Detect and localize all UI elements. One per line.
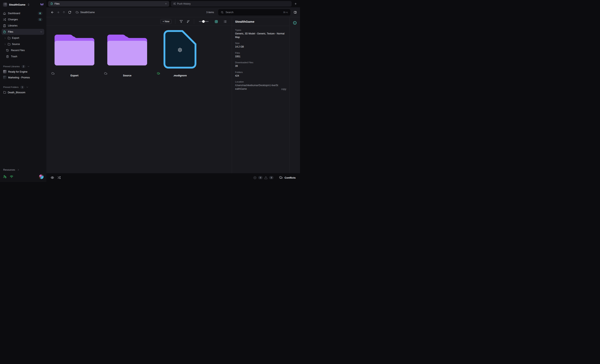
pinned-library-ready-for-engine[interactable]: Ready for Engine bbox=[0, 69, 46, 75]
pinned-library-marketing-promos[interactable]: Marketing - Promos bbox=[0, 75, 46, 80]
project-thumbnail bbox=[3, 3, 7, 7]
sidebar-item-export[interactable]: Export bbox=[2, 35, 44, 41]
breadcrumb[interactable]: StealthGame bbox=[76, 11, 95, 14]
chevron-down-icon[interactable] bbox=[27, 65, 30, 68]
field-types: Types Generic, 3D Model - Generic, Textu… bbox=[235, 28, 286, 39]
shuffle-icon bbox=[173, 2, 176, 5]
filter-button[interactable] bbox=[179, 19, 183, 24]
pinned-folder-death-blossom[interactable]: Death_Blossom bbox=[0, 90, 46, 95]
sidebar-item-dashboard[interactable]: Dashboard 8 bbox=[2, 10, 44, 16]
item-footer: Export bbox=[55, 71, 94, 79]
sync-activity-button[interactable] bbox=[57, 176, 61, 179]
sidebar-item-label: Trash bbox=[11, 55, 44, 58]
grid-item-export[interactable]: Export bbox=[55, 29, 94, 79]
sidebar-item-label: Libraries bbox=[8, 24, 42, 27]
search-shortcut: ⌘+k bbox=[283, 11, 288, 14]
back-button[interactable] bbox=[50, 10, 55, 15]
sidebar-footer bbox=[0, 173, 46, 182]
refresh-icon bbox=[68, 11, 71, 14]
up-button[interactable] bbox=[62, 10, 66, 15]
project-switcher[interactable]: StealthGame bbox=[0, 0, 46, 9]
info-icon bbox=[293, 21, 297, 25]
chevron-down-icon[interactable] bbox=[26, 86, 28, 88]
field-value: 3351 bbox=[235, 55, 286, 58]
history-icon bbox=[6, 49, 9, 52]
navigation-toolbar: StealthGame 3 items ⌘+k bbox=[46, 7, 300, 17]
warning-count-badge: 0 bbox=[269, 176, 273, 179]
pinned-folders-header[interactable]: Pinned Folders 1 bbox=[0, 85, 46, 90]
new-button[interactable]: + New bbox=[160, 19, 172, 24]
field-label: Size bbox=[235, 42, 286, 45]
grid-view-button[interactable] bbox=[214, 19, 218, 24]
item-label: .mudignore bbox=[160, 71, 200, 77]
search-icon bbox=[221, 11, 224, 14]
resources-link[interactable]: Resources bbox=[0, 167, 46, 173]
field-label: Downloaded Files bbox=[235, 61, 286, 64]
folder-icon bbox=[3, 91, 6, 94]
search-input[interactable] bbox=[225, 11, 281, 14]
plus-icon bbox=[294, 2, 297, 5]
sort-button[interactable] bbox=[186, 19, 190, 24]
preview-toggle-button[interactable] bbox=[51, 176, 54, 179]
field-value: 424 bbox=[235, 74, 286, 78]
tab-label: Push History bbox=[177, 2, 191, 5]
conflicts-button[interactable]: Conflicts bbox=[279, 176, 296, 179]
sidebar-item-changes[interactable]: Changes 1 bbox=[2, 17, 44, 22]
folder-thumbnail[interactable] bbox=[55, 29, 94, 71]
error-circle-icon[interactable] bbox=[253, 176, 257, 179]
list-icon bbox=[223, 20, 227, 23]
panel-toggle-button[interactable] bbox=[293, 10, 297, 15]
book-icon bbox=[3, 24, 6, 27]
content-area: + New bbox=[46, 17, 232, 173]
field-value: 39 bbox=[235, 64, 286, 68]
project-name: StealthGame bbox=[9, 3, 26, 6]
copy-button[interactable]: copy bbox=[281, 88, 286, 91]
sidebar-item-files[interactable]: Files bbox=[2, 29, 44, 35]
eye-icon bbox=[51, 176, 54, 179]
forward-button[interactable] bbox=[56, 10, 60, 15]
sort-icon bbox=[187, 20, 190, 23]
field-value: 14.2 GB bbox=[235, 45, 286, 49]
refresh-button[interactable] bbox=[67, 10, 72, 15]
pinned-libraries-section: Pinned Libraries 2 Ready for Engine Mark… bbox=[0, 64, 46, 80]
chevron-right-icon[interactable] bbox=[4, 43, 6, 45]
funnel-icon bbox=[179, 20, 183, 23]
list-view-button[interactable] bbox=[223, 19, 227, 24]
grid-item-mudignore-selected[interactable]: .mudignore bbox=[160, 29, 200, 79]
arrow-left-icon bbox=[51, 11, 54, 14]
user-lock-icon[interactable] bbox=[3, 175, 7, 178]
arrow-right-icon bbox=[56, 11, 60, 14]
wifi-status-icon[interactable] bbox=[10, 175, 13, 178]
new-tab-button[interactable] bbox=[293, 1, 298, 6]
grid-item-source[interactable]: Source bbox=[107, 29, 147, 79]
sidebar-item-label: Dashboard bbox=[8, 12, 36, 15]
gear-icon bbox=[178, 48, 182, 52]
tab-files[interactable]: Files bbox=[48, 1, 169, 7]
shuffle-icon bbox=[3, 18, 6, 21]
thumbnail-size-slider[interactable] bbox=[199, 21, 209, 22]
home-icon bbox=[3, 12, 6, 15]
sidebar-item-label: Export bbox=[12, 36, 44, 39]
sidebar-item-libraries[interactable]: Libraries bbox=[2, 23, 44, 29]
details-fields: Types Generic, 3D Model - Generic, Textu… bbox=[232, 26, 290, 93]
close-icon[interactable] bbox=[165, 3, 167, 5]
file-thumbnail[interactable] bbox=[160, 29, 200, 71]
pinned-libraries-header[interactable]: Pinned Libraries 2 bbox=[0, 64, 46, 69]
warning-triangle-icon[interactable] bbox=[264, 176, 268, 179]
sidebar-item-trash[interactable]: Trash bbox=[2, 54, 44, 59]
info-button[interactable] bbox=[293, 21, 297, 25]
tab-push-history[interactable]: Push History bbox=[171, 1, 292, 7]
panel-icon bbox=[294, 11, 297, 14]
sidebar-item-source[interactable]: Source bbox=[2, 41, 44, 47]
chevron-right-icon[interactable] bbox=[4, 37, 6, 39]
user-avatar[interactable] bbox=[39, 174, 44, 179]
sidebar-item-recent-files[interactable]: Recent Files bbox=[2, 47, 44, 53]
chevron-down-icon[interactable] bbox=[40, 31, 42, 33]
toolbar-separator bbox=[194, 19, 194, 24]
file-icon bbox=[3, 30, 6, 33]
slider-thumb[interactable] bbox=[202, 20, 205, 23]
field-value: Generic, 3D Model - Generic, Texture - N… bbox=[235, 32, 286, 39]
folder-thumbnail[interactable] bbox=[107, 29, 147, 71]
search-box[interactable]: ⌘+k bbox=[218, 9, 291, 16]
chevron-updown-icon[interactable] bbox=[27, 3, 30, 6]
